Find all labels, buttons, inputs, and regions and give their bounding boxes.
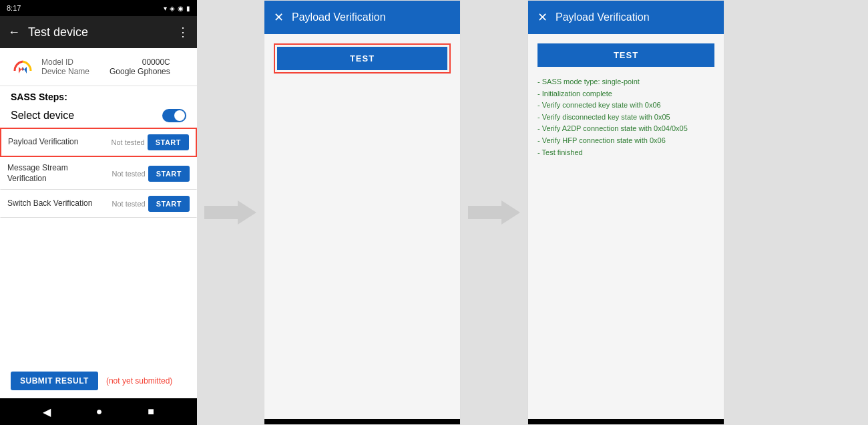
test-name-message-stream: Message StreamVerification <box>7 163 104 184</box>
dialog-2-body: TEST - SASS mode type: single-point - In… <box>528 34 724 419</box>
dialog-1-bottom-bar <box>264 419 460 424</box>
nav-bar: ◀ ● ■ <box>0 398 197 425</box>
log-line-4: - Verify disconnected key state with 0x0… <box>537 112 714 124</box>
test-button-1[interactable]: TEST <box>277 47 447 70</box>
log-line-3: - Verify connected key state with 0x06 <box>537 100 714 112</box>
select-device-row: Select device <box>0 105 197 128</box>
test-list: Payload Verification Not tested START Me… <box>0 128 197 364</box>
nav-home-icon[interactable]: ● <box>96 406 103 418</box>
test-item-message-stream: Message StreamVerification Not tested ST… <box>0 157 197 190</box>
nav-back-icon[interactable]: ◀ <box>43 406 51 418</box>
start-button-switch-back[interactable]: START <box>148 196 190 212</box>
battery-icon: ▮ <box>186 5 190 12</box>
test-result-log: - SASS mode type: single-point - Initial… <box>537 74 714 161</box>
submission-status: (not yet submitted) <box>106 376 172 386</box>
sim-icon: ◈ <box>170 5 175 12</box>
dialog-screen-2: ✕ Payload Verification TEST - SASS mode … <box>527 0 724 425</box>
test-status-switch-back: Not tested <box>107 200 146 208</box>
wifi-icon: ▾ <box>164 5 167 12</box>
test-name-switch-back: Switch Back Verification <box>7 198 104 209</box>
dialog-2-bottom-bar <box>528 419 724 424</box>
test-status-payload: Not tested <box>106 138 145 146</box>
submit-row: SUBMIT RESULT (not yet submitted) <box>0 364 197 398</box>
device-logo-icon <box>11 55 35 79</box>
log-line-6: - Verify HFP connection state with 0x06 <box>537 135 714 147</box>
back-icon[interactable]: ← <box>8 25 20 39</box>
dialog-2-title: Payload Verification <box>556 11 714 23</box>
dialog-2-close-button[interactable]: ✕ <box>537 10 548 25</box>
dialog-2-header: ✕ Payload Verification <box>528 1 724 34</box>
test-item-switch-back: Switch Back Verification Not tested STAR… <box>0 190 197 218</box>
device-details: Model ID 00000C Device Name Google Gphon… <box>41 57 170 76</box>
dialog-1-header: ✕ Payload Verification <box>264 1 460 34</box>
sass-steps-label: SASS Steps: <box>0 86 197 105</box>
dialog-1-close-button[interactable]: ✕ <box>274 10 284 25</box>
select-device-label: Select device <box>11 110 74 122</box>
test-item-payload: Payload Verification Not tested START <box>0 128 197 157</box>
dialog-1-title: Payload Verification <box>292 11 451 23</box>
model-id-label: Model ID <box>41 57 73 67</box>
model-id-value: 00000C <box>142 57 170 67</box>
status-bar: 8:17 ▾ ◈ ◉ ▮ <box>0 0 197 16</box>
log-line-5: - Verify A2DP connection state with 0x04… <box>537 123 714 135</box>
phone-screen: 8:17 ▾ ◈ ◉ ▮ ← Test device ⋮ Model ID 00… <box>0 0 197 425</box>
status-time: 8:17 <box>7 4 21 12</box>
start-button-payload[interactable]: START <box>148 134 189 150</box>
device-name-label: Device Name <box>41 67 89 76</box>
arrow-2 <box>461 0 527 425</box>
test-name-payload: Payload Verification <box>8 137 103 148</box>
test-button-2[interactable]: TEST <box>537 43 714 67</box>
log-line-1: - SASS mode type: single-point <box>537 76 714 88</box>
menu-icon[interactable]: ⋮ <box>177 25 189 39</box>
device-name-value: Google Gphones <box>110 67 170 76</box>
log-line-2: - Initialization complete <box>537 88 714 100</box>
test-status-message-stream: Not tested <box>107 170 146 178</box>
app-bar: ← Test device ⋮ <box>0 16 197 48</box>
dialog-1-body: TEST <box>264 34 460 419</box>
dialog-screen-1: ✕ Payload Verification TEST <box>264 0 461 425</box>
app-title: Test device <box>28 25 169 39</box>
log-line-7: - Test finished <box>537 147 714 159</box>
status-icons: ▾ ◈ ◉ ▮ <box>164 5 190 12</box>
start-button-message-stream[interactable]: START <box>148 166 190 182</box>
select-device-toggle[interactable] <box>162 109 186 122</box>
nav-recents-icon[interactable]: ■ <box>148 406 154 418</box>
device-info-card: Model ID 00000C Device Name Google Gphon… <box>0 48 197 86</box>
test-button-1-wrapper: TEST <box>274 43 451 74</box>
submit-result-button[interactable]: SUBMIT RESULT <box>11 372 98 390</box>
arrow-1 <box>197 0 264 425</box>
settings-icon: ◉ <box>178 5 184 12</box>
